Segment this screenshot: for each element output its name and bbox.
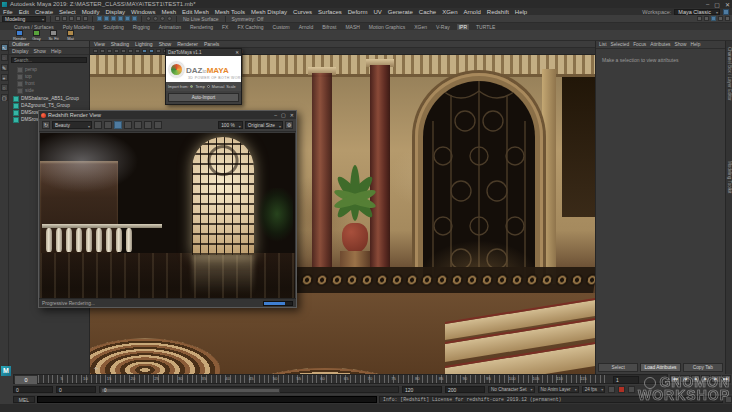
rv-aov-browser-icon[interactable] <box>154 121 162 129</box>
vp-image-plane-icon[interactable] <box>121 49 126 53</box>
playback-button-[interactable]: ▶▶| <box>722 375 731 383</box>
redshift-render-view-window[interactable]: Redshift Render View – ▢ ✕ ↻ Beauty 100 … <box>38 110 297 308</box>
outliner-menu-help[interactable]: Help <box>51 48 61 54</box>
menu-arnold[interactable]: Arnold <box>463 9 480 15</box>
viewport-menu-view[interactable]: View <box>94 41 105 47</box>
lasso-tool-icon[interactable]: ◌ <box>1 54 8 61</box>
outliner-camera-front[interactable]: front <box>9 80 89 87</box>
attr-menu-attributes[interactable]: Attributes <box>650 42 670 47</box>
attr-select-button[interactable]: Select <box>598 363 638 372</box>
sidebar-hypershade-icon[interactable] <box>704 16 709 21</box>
outliner-node-dmsbalance-ab51-group[interactable]: DMSbalance_AB51_Group <box>9 95 89 102</box>
current-frame-indicator[interactable]: 0 <box>15 376 37 384</box>
time-slider[interactable]: 0 51015202530354045505560657075808590951… <box>13 374 668 384</box>
vp-lock-camera-icon[interactable] <box>100 49 105 53</box>
rv-maximize-icon[interactable]: ▢ <box>281 112 286 118</box>
viewport-menu-shading[interactable]: Shading <box>111 41 129 47</box>
close-button[interactable]: ✕ <box>725 1 730 8</box>
snap-curve-icon[interactable] <box>104 16 109 21</box>
window-titlebar[interactable]: Autodesk Maya 2019: Z:\MASTER_CLASS\MAYA… <box>0 0 732 8</box>
attr-menu-show[interactable]: Show <box>674 42 686 47</box>
script-editor-icon[interactable] <box>725 396 732 403</box>
range-slider[interactable]: 0 <box>99 386 399 393</box>
attr-menu-help[interactable]: Help <box>690 42 700 47</box>
shelf-button-gray[interactable]: Gray <box>30 30 43 41</box>
tab-modeling-toolkit[interactable]: Modeling Toolkit <box>727 161 732 193</box>
rv-crop-region-icon[interactable] <box>104 121 112 129</box>
save-scene-icon[interactable] <box>69 16 74 21</box>
menu-uv[interactable]: UV <box>373 9 381 15</box>
rotate-tool-icon[interactable]: ○ <box>1 84 8 91</box>
attr-copy-tab-button[interactable]: Copy Tab <box>683 363 723 372</box>
playback-end-field[interactable]: 200 <box>445 386 485 393</box>
snap-grid-icon[interactable] <box>97 16 102 21</box>
move-tool-icon[interactable]: + <box>1 74 8 81</box>
menu-cache[interactable]: Cache <box>419 9 436 15</box>
daz-manual-radio[interactable] <box>207 85 210 88</box>
rv-restart-render-icon[interactable]: ↻ <box>42 121 50 129</box>
shelf-button-scfit[interactable]: Sc Fit <box>47 30 60 41</box>
render-settings-icon[interactable] <box>167 16 172 21</box>
outliner-menu-display[interactable]: Display <box>12 48 28 54</box>
daz-close-icon[interactable]: ✕ <box>235 49 239 56</box>
rv-save-image-icon[interactable] <box>94 121 102 129</box>
rv-snapshot-icon[interactable] <box>134 121 142 129</box>
undo-icon[interactable] <box>76 16 81 21</box>
rv-minimize-icon[interactable]: – <box>274 112 277 118</box>
range-slider-handle[interactable]: 0 <box>101 388 280 393</box>
menu-curves[interactable]: Curves <box>293 9 312 15</box>
attr-menu-selected[interactable]: Selected <box>610 42 629 47</box>
symmetry-dropdown[interactable]: Symmetry: Off <box>232 16 264 22</box>
sidebar-tool-settings-icon[interactable] <box>718 16 723 21</box>
vp-select-camera-icon[interactable] <box>93 49 98 53</box>
minimize-button[interactable]: – <box>706 1 709 7</box>
menu-help[interactable]: Help <box>515 9 527 15</box>
live-surface-label[interactable]: No Live Surface <box>183 16 219 22</box>
daz-window-titlebar[interactable]: DazToMaya v1.1 ✕ <box>166 49 241 56</box>
outliner-node-dazground-t5-group[interactable]: DAZground_T5_Group <box>9 102 89 109</box>
rv-close-icon[interactable]: ✕ <box>290 112 294 118</box>
playback-button-[interactable]: ▶| <box>711 375 720 383</box>
rv-zoom-spinner[interactable]: 100 % <box>218 121 243 129</box>
rv-bucket-render-icon[interactable] <box>124 121 132 129</box>
daz-manual-label[interactable]: Manual <box>212 85 224 89</box>
render-view-titlebar[interactable]: Redshift Render View – ▢ ✕ <box>39 111 296 119</box>
menu-edit-mesh[interactable]: Edit Mesh <box>182 9 209 15</box>
vp-2d-pan-icon[interactable] <box>128 49 133 53</box>
menu-set-dropdown[interactable]: Modeling <box>2 16 46 22</box>
outliner-menu-show[interactable]: Show <box>33 48 46 54</box>
attr-load-attributes-button[interactable]: Load Attributes <box>640 363 680 372</box>
construction-history-icon[interactable] <box>146 16 151 21</box>
vp-overscan-icon[interactable] <box>135 49 140 53</box>
playback-button-[interactable]: |◀ <box>680 375 689 383</box>
workspace-gear-icon[interactable] <box>723 9 729 15</box>
workspace-dropdown[interactable]: Maya Classic <box>674 9 720 15</box>
vp-camera-attrs-icon[interactable] <box>107 49 112 53</box>
vp-bookmark-icon[interactable] <box>114 49 119 53</box>
vp-textured-icon[interactable] <box>156 49 161 53</box>
snap-view-plane-icon[interactable] <box>118 16 123 21</box>
fps-dropdown[interactable]: 24 fps <box>582 386 606 393</box>
character-set-dropdown[interactable]: No Character Set <box>488 386 535 393</box>
ipr-render-icon[interactable] <box>160 16 165 21</box>
rv-grid-overlay-icon[interactable] <box>114 121 122 129</box>
shelf-button-mat[interactable]: Mat <box>64 30 77 41</box>
menu-mesh-display[interactable]: Mesh Display <box>251 9 287 15</box>
menu-deform[interactable]: Deform <box>348 9 368 15</box>
menu-file[interactable]: File <box>3 9 13 15</box>
menu-redshift[interactable]: Redshift <box>487 9 509 15</box>
playback-button-[interactable]: ▶ <box>701 375 710 383</box>
mel-label[interactable]: MEL <box>13 396 35 403</box>
rv-pass-dropdown[interactable]: Beauty <box>52 121 92 129</box>
viewport-menu-lighting[interactable]: Lighting <box>135 41 153 47</box>
outliner-camera-persp[interactable]: persp <box>9 66 89 73</box>
redo-icon[interactable] <box>83 16 88 21</box>
daz-temp-label[interactable]: Temp <box>195 85 204 89</box>
render-icon[interactable] <box>153 16 158 21</box>
menu-mesh-tools[interactable]: Mesh Tools <box>215 9 245 15</box>
menu-create[interactable]: Create <box>35 9 53 15</box>
menu-select[interactable]: Select <box>59 9 76 15</box>
shelf-button-render[interactable]: Render <box>13 30 26 41</box>
open-scene-icon[interactable] <box>62 16 67 21</box>
outliner-camera-side[interactable]: side <box>9 87 89 94</box>
